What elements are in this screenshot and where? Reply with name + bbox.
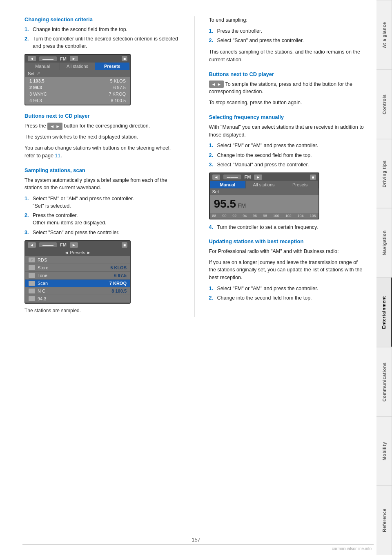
cd-button-ref-icon: ◄ ► [209, 81, 224, 88]
corner-icon: ■ [122, 56, 127, 61]
left-column: Changing selection criteria 1. Change in… [24, 16, 180, 317]
radio-topbar-2: ◄ ▬▬▬ FM ► ■ [25, 241, 130, 249]
list-item: 2. Press the controller.Other menu items… [24, 212, 180, 226]
menu-item-nc: N C 8 100.5 [25, 287, 130, 295]
sidebar-tab-mobility[interactable]: Mobility [376, 416, 392, 486]
tone-icon [29, 273, 35, 278]
radio-icon: ▬▬▬ [39, 56, 57, 61]
left-arrow-icon: ◄ [28, 242, 36, 248]
sidebar: At a glance Controls Driving tips Naviga… [376, 0, 392, 555]
frequency-scale: 88 90 92 94 96 98 100 102 104 106 [210, 213, 318, 219]
station-row: 4 94.3 8 100.5 [27, 97, 128, 104]
list-item: 1. Select "FM" or "AM" and press the con… [209, 142, 365, 149]
fm-label-2: FM [60, 242, 67, 247]
menu-item-rds: ✓ RDS [25, 256, 130, 264]
list-item: 3. Select "Manual" and press the control… [209, 161, 365, 168]
section-sampling: Sampling stations, scan [24, 167, 180, 173]
radio-tab-all-stations-3[interactable]: All stations [246, 181, 282, 188]
radio-stations-1: 1 103.5 5 KLOS 2 99.3 6 97.5 3 WNYC 7 KR… [25, 77, 130, 105]
radio-tab-manual[interactable]: Manual [25, 63, 60, 70]
list-item: 2. Turn the controller until the desired… [24, 35, 180, 50]
radio-tab-presets-3[interactable]: Presets [282, 181, 318, 188]
station-row: 3 WNYC 7 KROQ [27, 91, 128, 97]
main-content: Changing selection criteria 1. Change in… [0, 0, 376, 333]
update-para2: If you are on a longer journey and leave… [209, 259, 365, 282]
radio-screen-1: ◄ ▬▬▬ FM ► ■ Manual All stations Presets… [24, 54, 131, 105]
freq-manual-steps: 1. Select "FM" or "AM" and press the con… [209, 142, 365, 168]
to-end-sampling-steps: 1. Press the controller. 2. Select "Scan… [209, 27, 365, 44]
left-arrow-icon: ◄ [28, 56, 36, 61]
page-number: 157 [192, 537, 200, 543]
sidebar-tab-at-a-glance[interactable]: At a glance [376, 0, 392, 69]
caption-sampling: The stations are sampled. [24, 308, 180, 313]
sidebar-tab-entertainment[interactable]: Entertainment [376, 278, 392, 347]
buttons-cd-para2: The system switches to the next displaye… [24, 133, 180, 141]
menu-item-scan[interactable]: Scan 7 KROQ [25, 280, 130, 287]
cd-button-icon: ◄ ► [47, 123, 62, 130]
page-bottom-bar [22, 544, 374, 545]
cd-right-para1: ◄ ► To sample the stations, press and ho… [209, 81, 365, 96]
radio-topbar-3: ◄ ▬▬▬ FM ► ■ [210, 173, 318, 181]
update-para1: For Professional radio with "AM" and wit… [209, 248, 365, 255]
sidebar-tab-driving-tips[interactable]: Driving tips [376, 139, 392, 208]
list-item: 1. Select "FM" or "AM" and press the con… [24, 195, 180, 210]
menu-item-freq: 94.3 [25, 295, 130, 303]
section-changing-selection: Changing selection criteria [24, 16, 180, 22]
fm-label: FM [60, 56, 67, 61]
list-item: 1. Press the controller. [209, 27, 365, 35]
station-row: 1 103.5 5 KLOS [27, 78, 128, 84]
radio-tab-presets[interactable]: Presets [95, 63, 130, 70]
radio-tab-manual-3[interactable]: Manual [210, 181, 246, 188]
freq-icon [29, 296, 35, 301]
nc-icon [29, 289, 35, 293]
buttons-cd-para1: Press the ◄ ► button for the correspondi… [24, 122, 180, 130]
radio-icon-3: ▬▬▬ [223, 175, 241, 179]
radio-screen-3: ◄ ▬▬▬ FM ► ■ Manual All stations Presets… [209, 172, 319, 219]
radio-set-row: Set ↗ [25, 70, 130, 77]
update-steps: 1. Select "FM" or "AM" and press the con… [209, 285, 365, 302]
section-freq-manual: Selecting frequency manually [209, 114, 365, 120]
list-item: 1. Select "FM" or "AM" and press the con… [209, 285, 365, 292]
list-item: 2. Select "Scan" and press the controlle… [209, 37, 365, 44]
cd-right-para2: To stop scanning, press the button again… [209, 99, 365, 107]
list-item: 1. Change into the second field from the… [24, 26, 180, 33]
radio-set-row-3: Set [210, 188, 318, 195]
frequency-display: 95.5 FM [210, 195, 318, 213]
list-item: 2. Change into the second field from the… [209, 152, 365, 159]
sidebar-tab-communications[interactable]: Communications [376, 347, 392, 416]
list-item: 4. Turn the controller to set a certain … [209, 224, 365, 231]
radio-tab-all-stations[interactable]: All stations [60, 63, 95, 70]
radio-menu: ✓ RDS Store 5 KLOS Tone 6 97.5 [25, 256, 130, 303]
right-arrow-icon-3: ► [254, 175, 262, 180]
radio-topbar-1: ◄ ▬▬▬ FM ► ■ [25, 55, 130, 63]
sidebar-tab-reference[interactable]: Reference [376, 486, 392, 555]
station-row: 2 99.3 6 97.5 [27, 84, 128, 91]
sidebar-tab-navigation[interactable]: Navigation [376, 208, 392, 278]
column-divider [194, 16, 195, 317]
rds-check-icon: ✓ [29, 257, 35, 262]
list-item: 2. Change into the second field from the… [209, 294, 365, 302]
end-sampling-para: This cancels sampling of the stations, a… [209, 48, 365, 64]
list-item: 3. Select "Scan" and press the controlle… [24, 229, 180, 236]
arrow-indicator: ↗ [36, 71, 40, 76]
section-buttons-cd-right: Buttons next to CD player [209, 71, 365, 77]
sidebar-tab-controls[interactable]: Controls [376, 69, 392, 139]
right-arrow-icon: ► [70, 56, 78, 61]
corner-icon-3: ■ [310, 175, 316, 180]
presets-bar: ◄ Presets ► [25, 249, 130, 256]
radio-tabs-1: Manual All stations Presets [25, 63, 130, 70]
store-icon [29, 265, 35, 270]
scan-icon [29, 281, 35, 286]
fm-label-3: FM [244, 175, 251, 179]
set-label-3: Set [212, 189, 219, 194]
changing-selection-steps: 1. Change into the second field from the… [24, 26, 180, 50]
page-link[interactable]: 11 [55, 153, 60, 159]
watermark: carmanualsonline.info [332, 546, 372, 551]
frequency-value: 95.5 [214, 197, 236, 210]
sampling-para: The system automatically plays a brief s… [24, 177, 180, 192]
left-arrow-icon-3: ◄ [212, 175, 220, 180]
buttons-cd-para3: You can also change stations with button… [24, 144, 180, 160]
radio-tabs-3: Manual All stations Presets [210, 181, 318, 188]
frequency-unit: FM [238, 202, 246, 209]
right-column: To end sampling: 1. Press the controller… [209, 16, 365, 317]
